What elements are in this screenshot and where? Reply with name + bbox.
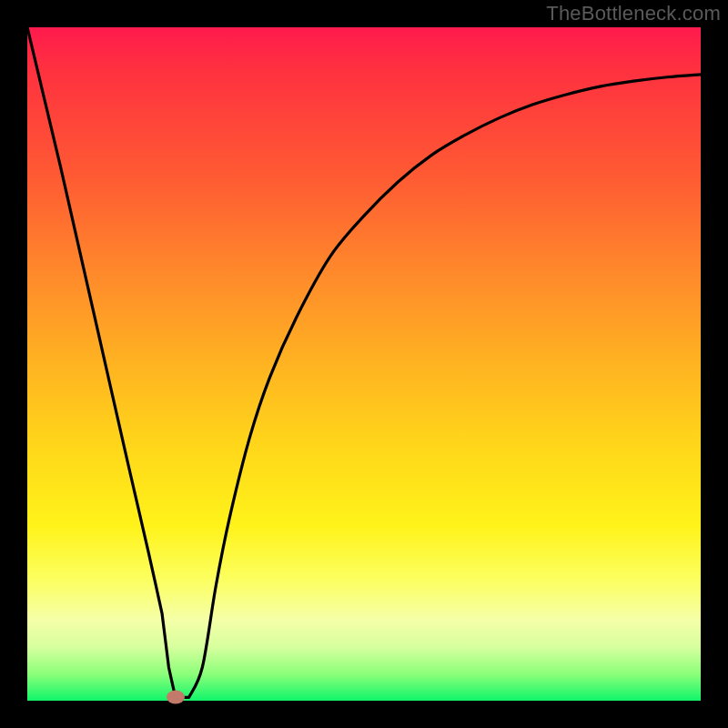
bottleneck-curve-path <box>27 27 701 697</box>
optimum-marker <box>167 691 185 704</box>
curve-svg <box>27 27 701 701</box>
watermark-text: TheBottleneck.com <box>546 2 721 25</box>
plot-area <box>27 27 701 701</box>
chart-frame: TheBottleneck.com <box>0 0 728 728</box>
